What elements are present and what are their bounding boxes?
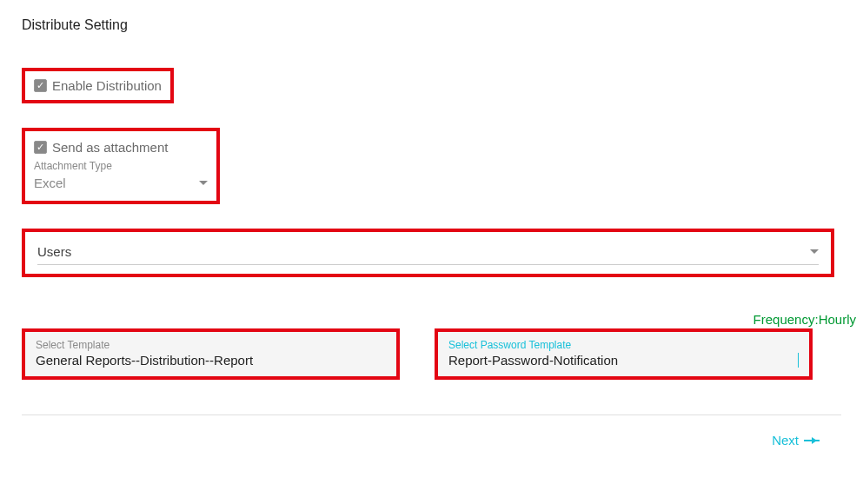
select-password-template-input[interactable]: Report-Password-Notification: [448, 353, 797, 368]
attachment-type-value: Excel: [34, 176, 66, 190]
chevron-down-icon: [810, 249, 819, 254]
send-attachment-label: Send as attachment: [52, 140, 168, 155]
select-template-label: Select Template: [36, 339, 386, 351]
users-box: Users: [22, 229, 834, 277]
next-button[interactable]: Next: [772, 433, 820, 448]
users-value: Users: [37, 244, 71, 259]
select-template-input[interactable]: General Reports--Distribution--Report: [36, 353, 386, 368]
send-attachment-checkbox[interactable]: ✓: [34, 141, 47, 154]
send-attachment-box: ✓ Send as attachment Attachment Type Exc…: [22, 128, 220, 204]
frequency-display: Frequency:Hourly: [22, 312, 856, 327]
page-title: Distribute Setting: [22, 17, 841, 33]
next-label: Next: [772, 433, 799, 448]
users-select[interactable]: Users: [37, 244, 819, 265]
text-cursor-icon: [798, 353, 799, 368]
enable-distribution-checkbox[interactable]: ✓: [34, 79, 47, 92]
enable-distribution-box: ✓ Enable Distribution: [22, 68, 174, 103]
attachment-type-label: Attachment Type: [34, 160, 208, 172]
frequency-value: Hourly: [819, 312, 856, 327]
select-password-template-label: Select Password Template: [448, 339, 799, 351]
chevron-down-icon: [199, 181, 208, 185]
frequency-label: Frequency:: [753, 312, 819, 327]
arrow-right-icon: [804, 440, 820, 441]
select-password-template-box: Select Password Template Report-Password…: [435, 328, 813, 380]
attachment-type-select[interactable]: Excel: [34, 174, 208, 192]
select-template-box: Select Template General Reports--Distrib…: [22, 328, 400, 380]
enable-distribution-label: Enable Distribution: [52, 78, 162, 93]
